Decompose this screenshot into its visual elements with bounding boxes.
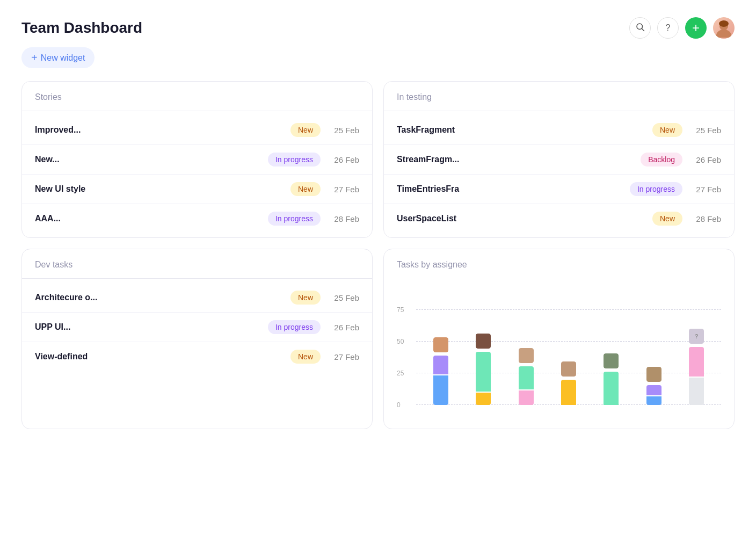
avatar [433,337,448,352]
task-date: 26 Feb [327,155,359,164]
bar-group [591,278,631,405]
task-date: 25 Feb [327,293,359,302]
bar-segments [433,356,448,405]
dev-tasks-card: Dev tasks Architecure o... New 25 Feb UP… [21,249,373,429]
dev-tasks-title: Dev tasks [35,260,72,269]
bar-segment [604,372,619,405]
header-left: Team Dashboard [21,19,142,37]
task-name: StreamFragm... [397,155,634,164]
table-row[interactable]: View-defined New 27 Feb [22,342,372,371]
grid-label-25: 25 [397,370,404,377]
task-name: TimeEntriesFra [397,184,623,194]
bars-container: ? [416,278,721,405]
in-testing-body: TaskFragment New 25 Feb StreamFragm... B… [384,111,734,237]
header: Team Dashboard ? + [21,17,735,39]
chart-area: 75 50 25 0 ? [397,278,721,418]
bar-segment [646,385,662,395]
in-testing-card: In testing TaskFragment New 25 Feb Strea… [383,81,735,238]
svg-line-1 [642,28,644,31]
table-row[interactable]: StreamFragm... Backlog 26 Feb [384,145,734,175]
status-badge: Backlog [641,153,682,167]
svg-point-6 [719,20,729,27]
bar-group [420,278,461,405]
in-testing-title: In testing [397,92,432,102]
bar-segments [561,380,576,405]
status-badge: New [290,123,321,137]
grid-label-75: 75 [397,306,404,314]
bar-segment [646,396,662,405]
task-date: 27 Feb [327,352,359,361]
status-badge: In progress [268,153,321,167]
bar-group [506,278,546,405]
table-row[interactable]: AAA... In progress 28 Feb [22,204,372,233]
grid-label-0: 0 [397,401,401,409]
avatar [604,353,619,368]
task-name: AAA... [35,214,261,223]
stories-card: Stories Improved... New 25 Feb New... In… [21,81,373,238]
task-date: 25 Feb [689,126,721,135]
status-badge: New [652,123,682,137]
add-icon: + [692,21,700,34]
task-date: 26 Feb [327,323,359,332]
search-button[interactable] [629,17,651,39]
task-date: 28 Feb [689,214,721,223]
task-date: 28 Feb [327,214,359,223]
bar-segment [519,366,534,389]
bar-segments [519,366,534,405]
new-widget-button[interactable]: + New widget [21,47,95,68]
new-widget-plus-icon: + [31,52,38,64]
bar-group [548,278,588,405]
task-date: 27 Feb [689,185,721,194]
grid-label-50: 50 [397,338,404,345]
avatar [561,361,576,377]
task-date: 25 Feb [327,126,359,135]
task-date: 27 Feb [327,185,359,194]
bar-segments [689,347,704,405]
dev-tasks-header: Dev tasks [22,249,372,279]
bar-segment [689,347,704,377]
search-icon [635,22,645,34]
new-widget-label: New widget [41,53,85,63]
task-date: 26 Feb [689,155,721,164]
avatar: ? [689,329,704,344]
status-badge: In progress [268,320,321,334]
task-name: Improved... [35,125,284,135]
bar-segment [433,356,448,374]
task-name: New UI style [35,184,284,194]
dashboard-grid: Stories Improved... New 25 Feb New... In… [21,81,735,429]
table-row[interactable]: UPP UI... In progress 26 Feb [22,313,372,342]
table-row[interactable]: Architecure o... New 25 Feb [22,283,372,313]
table-row[interactable]: TimeEntriesFra In progress 27 Feb [384,175,734,204]
tasks-by-assignee-card: Tasks by assignee 75 50 25 0 [383,249,735,429]
add-button[interactable]: + [685,17,707,39]
avatar [646,367,662,382]
stories-header: Stories [22,82,372,111]
bar-segments [476,352,491,405]
help-button[interactable]: ? [657,17,679,39]
task-name: UPP UI... [35,322,261,332]
in-testing-header: In testing [384,82,734,111]
table-row[interactable]: New... In progress 26 Feb [22,145,372,175]
table-row[interactable]: Improved... New 25 Feb [22,115,372,145]
stories-title: Stories [35,92,62,102]
chart-title: Tasks by assignee [397,260,721,270]
status-badge: New [652,212,682,226]
task-name: UserSpaceList [397,214,646,223]
bar-segment [519,390,534,405]
table-row[interactable]: UserSpaceList New 28 Feb [384,204,734,233]
bar-group [634,278,674,405]
bar-segment [561,380,576,405]
user-avatar-button[interactable] [713,17,735,39]
stories-body: Improved... New 25 Feb New... In progres… [22,111,372,237]
table-row[interactable]: TaskFragment New 25 Feb [384,115,734,145]
avatar [476,334,491,349]
bar-segments [604,372,619,405]
table-row[interactable]: New UI style New 27 Feb [22,175,372,204]
avatar [713,17,735,39]
bar-segment [476,352,491,392]
bar-group [463,278,503,405]
page-title: Team Dashboard [21,19,142,37]
task-name: Architecure o... [35,293,284,302]
dev-tasks-body: Architecure o... New 25 Feb UPP UI... In… [22,279,372,375]
status-badge: New [290,182,321,196]
